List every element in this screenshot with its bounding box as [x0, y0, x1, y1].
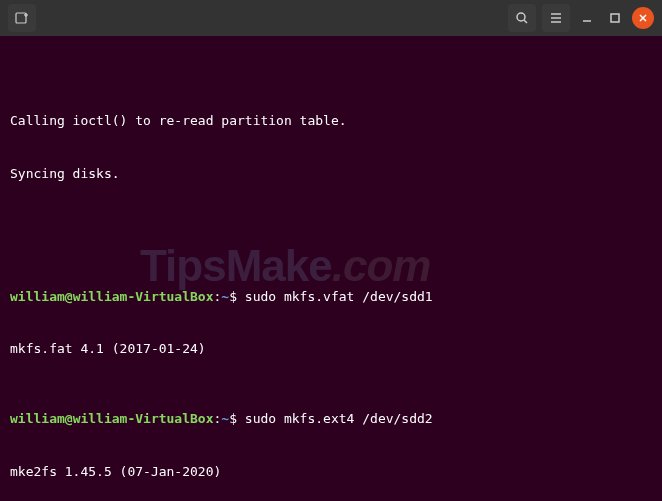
svg-point-3: [517, 13, 525, 21]
titlebar: [0, 0, 662, 36]
blank-line: [10, 217, 652, 235]
prompt-host: william-VirtualBox: [73, 289, 214, 304]
command: sudo mkfs.vfat /dev/sdd1: [245, 289, 433, 304]
prompt-user: william: [10, 289, 65, 304]
output-line: mke2fs 1.45.5 (07-Jan-2020): [10, 463, 652, 481]
text: mke2fs 1.45.5 (07-Jan-2020): [10, 464, 221, 479]
command: sudo mkfs.ext4 /dev/sdd2: [245, 411, 433, 426]
prompt-path: ~: [221, 411, 229, 426]
watermark-suffix: .com: [332, 241, 431, 290]
titlebar-right: [508, 4, 654, 32]
maximize-icon: [609, 12, 621, 24]
new-tab-button[interactable]: [8, 4, 36, 32]
titlebar-left: [8, 4, 36, 32]
prompt-user: william: [10, 411, 65, 426]
prompt-at: @: [65, 411, 73, 426]
text: Syncing disks.: [10, 166, 120, 181]
prompt-host: william-VirtualBox: [73, 411, 214, 426]
output-line: Calling ioctl() to re-read partition tab…: [10, 112, 652, 130]
text: Calling ioctl() to re-read partition tab…: [10, 113, 347, 128]
hamburger-icon: [549, 11, 563, 25]
prompt-at: @: [65, 289, 73, 304]
minimize-button[interactable]: [576, 7, 598, 29]
prompt-line: william@william-VirtualBox:~$ sudo mkfs.…: [10, 410, 652, 428]
svg-line-4: [524, 20, 527, 23]
svg-rect-9: [611, 14, 619, 22]
minimize-icon: [581, 12, 593, 24]
terminal-body[interactable]: TipsMake.com Calling ioctl() to re-read …: [0, 36, 662, 501]
search-button[interactable]: [508, 4, 536, 32]
watermark-main: TipsMake: [140, 241, 332, 290]
prompt-dollar: $: [229, 289, 245, 304]
output-line: Syncing disks.: [10, 165, 652, 183]
watermark: TipsMake.com: [140, 236, 430, 295]
close-icon: [637, 12, 649, 24]
menu-button[interactable]: [542, 4, 570, 32]
maximize-button[interactable]: [604, 7, 626, 29]
search-icon: [515, 11, 529, 25]
prompt-path: ~: [221, 289, 229, 304]
prompt-dollar: $: [229, 411, 245, 426]
output-line: mkfs.fat 4.1 (2017-01-24): [10, 340, 652, 358]
prompt-line: william@william-VirtualBox:~$ sudo mkfs.…: [10, 288, 652, 306]
terminal-window: TipsMake.com Calling ioctl() to re-read …: [0, 0, 662, 501]
new-tab-icon: [14, 10, 30, 26]
text: mkfs.fat 4.1 (2017-01-24): [10, 341, 206, 356]
close-button[interactable]: [632, 7, 654, 29]
